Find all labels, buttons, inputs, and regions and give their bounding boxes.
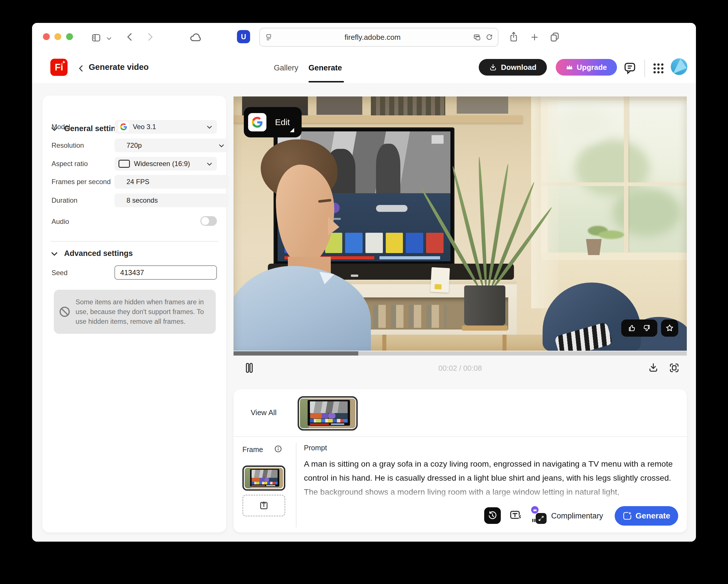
prompt-text[interactable]: A man is sitting on a gray sofa in a coz… xyxy=(304,457,679,502)
favorite-button[interactable] xyxy=(661,320,678,337)
generate-sparkle-icon xyxy=(623,511,632,520)
section-divider xyxy=(50,241,218,242)
forward-icon[interactable] xyxy=(146,32,155,42)
fps-field[interactable]: 24 FPS xyxy=(114,175,229,189)
tab-generate[interactable]: Generate xyxy=(309,64,342,72)
settings-panel: General settings Model Veo 3.1 Resolutio… xyxy=(42,96,226,532)
generate-button[interactable]: Generate xyxy=(615,506,678,526)
edit-button[interactable]: Edit xyxy=(244,107,302,137)
url-text[interactable]: firefly.adobe.com xyxy=(272,33,473,42)
star-icon xyxy=(665,324,674,333)
expand-icon xyxy=(536,513,547,524)
frames-notice-text: Some items are hidden when frames are in… xyxy=(76,297,208,326)
time-display: 00:02 / 00:08 xyxy=(234,364,687,373)
prohibition-icon xyxy=(54,305,76,318)
seed-input[interactable] xyxy=(114,265,217,280)
edit-button-label: Edit xyxy=(275,117,290,127)
history-button[interactable] xyxy=(484,507,501,524)
fps-label: Frames per second xyxy=(52,178,111,186)
firefly-logo[interactable]: Fi ✦ xyxy=(50,59,68,76)
model-value: Veo 3.1 xyxy=(133,123,156,131)
chevron-down-icon xyxy=(207,162,212,166)
download-button[interactable]: Download xyxy=(479,59,547,76)
zoom-window-button[interactable] xyxy=(66,33,73,40)
duration-value: 8 seconds xyxy=(127,196,158,204)
audio-label: Audio xyxy=(52,218,69,226)
page-title: Generate video xyxy=(89,62,149,72)
google-g-icon xyxy=(248,113,266,131)
resolution-value: 720p xyxy=(127,142,142,149)
video-player[interactable]: Edit xyxy=(234,97,687,351)
upload-icon xyxy=(259,501,269,511)
view-all-button[interactable]: View All xyxy=(251,408,277,417)
rating-pill xyxy=(621,320,657,337)
apps-grid-icon[interactable] xyxy=(652,62,665,75)
thumbs-up-icon[interactable] xyxy=(628,324,636,332)
scene-vignette xyxy=(234,97,687,351)
header-divider xyxy=(645,59,645,77)
advanced-settings-header[interactable]: Advanced settings xyxy=(51,249,133,258)
credit-status-label: Complimentary xyxy=(551,512,603,520)
crown-badge-icon xyxy=(531,506,539,514)
video-progress-bar[interactable] xyxy=(234,351,687,356)
frame-label: Frame xyxy=(242,446,263,454)
sidebar-chevron-icon[interactable] xyxy=(106,36,112,40)
history-icon xyxy=(488,511,497,520)
upgrade-button-label: Upgrade xyxy=(577,63,607,72)
corner-handle-icon xyxy=(290,128,294,132)
player-controls: 00:02 / 00:08 xyxy=(234,359,687,379)
close-window-button[interactable] xyxy=(43,33,50,40)
chevron-down-icon xyxy=(218,144,224,147)
tab-preview-icon[interactable] xyxy=(473,33,481,42)
video-thumbnail[interactable] xyxy=(297,396,358,431)
crown-icon xyxy=(566,64,573,71)
thumbs-down-icon[interactable] xyxy=(643,324,651,332)
aspect-ratio-value: Widescreen (16:9) xyxy=(134,160,190,168)
upgrade-button[interactable]: Upgrade xyxy=(556,59,617,76)
generate-button-label: Generate xyxy=(635,511,670,520)
prompt-panel: View All Frame Prompt A man i xyxy=(234,389,687,532)
info-icon[interactable] xyxy=(274,445,282,453)
profile-badge[interactable]: U xyxy=(237,30,250,43)
browser-window: U firefly.adobe.com Fi ✦ xyxy=(32,23,696,542)
back-chevron-icon[interactable] xyxy=(77,64,85,73)
sidebar-toggle-icon[interactable] xyxy=(91,33,102,43)
video-progress-fill xyxy=(234,351,358,356)
model-select[interactable]: Veo 3.1 xyxy=(114,120,217,134)
duration-label: Duration xyxy=(52,196,78,204)
audio-toggle[interactable] xyxy=(200,216,217,226)
add-frame-dropzone[interactable] xyxy=(242,495,285,516)
aspect-ratio-select[interactable]: Widescreen (16:9) xyxy=(114,157,217,171)
model-label: Model xyxy=(52,123,70,131)
minimize-window-button[interactable] xyxy=(54,33,61,40)
firefly-logo-text: Fi xyxy=(55,62,63,73)
tab-gallery[interactable]: Gallery xyxy=(274,64,298,72)
feedback-icon[interactable] xyxy=(623,61,637,76)
download-video-icon[interactable] xyxy=(648,362,659,373)
icloud-icon[interactable] xyxy=(189,32,202,42)
share-icon[interactable] xyxy=(509,31,519,43)
address-bar[interactable]: firefly.adobe.com xyxy=(259,28,498,47)
aspect-ratio-label: Aspect ratio xyxy=(52,160,88,168)
widescreen-icon xyxy=(119,160,130,168)
refresh-icon[interactable] xyxy=(485,33,493,41)
avatar[interactable] xyxy=(671,58,687,75)
download-button-label: Download xyxy=(501,63,536,72)
active-tab-underline xyxy=(309,81,344,82)
frame-thumbnail[interactable] xyxy=(242,465,285,491)
main-content: General settings Model Veo 3.1 Resolutio… xyxy=(32,83,696,542)
new-tab-icon[interactable] xyxy=(530,33,539,42)
fps-value: 24 FPS xyxy=(127,178,149,186)
vertical-divider xyxy=(296,442,296,527)
duration-field[interactable]: 8 seconds xyxy=(114,194,229,207)
prompt-label: Prompt xyxy=(304,444,327,452)
text-boost-icon[interactable] xyxy=(510,510,523,522)
fullscreen-icon[interactable] xyxy=(669,362,680,374)
page-icon xyxy=(265,33,272,42)
tab-overview-icon[interactable] xyxy=(549,31,560,42)
frames-notice: Some items are hidden when frames are in… xyxy=(54,290,216,334)
browser-toolbar: U firefly.adobe.com xyxy=(32,23,696,53)
premium-feature-icon[interactable] xyxy=(530,506,547,524)
back-icon[interactable] xyxy=(125,32,134,42)
resolution-select[interactable]: 720p xyxy=(114,138,229,152)
